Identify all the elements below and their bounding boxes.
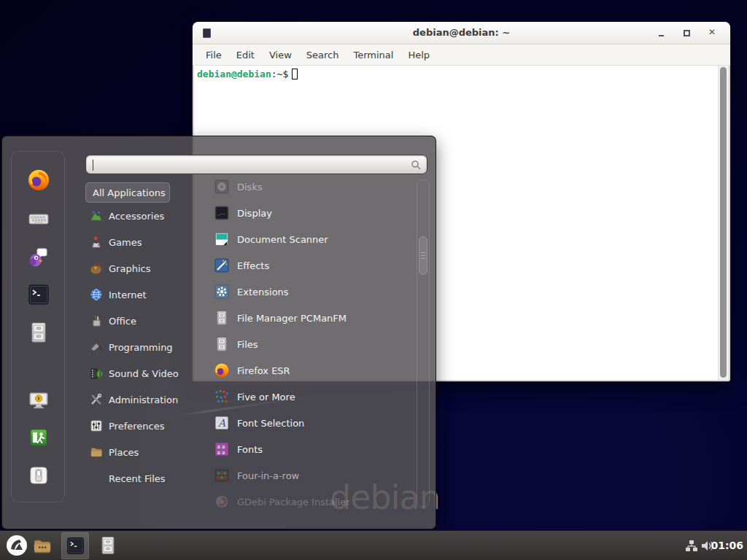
log-out-icon [27, 426, 50, 449]
category-administration[interactable]: Administration [90, 389, 178, 410]
search-icon [411, 160, 422, 171]
app-item-effects[interactable]: Effects [214, 255, 269, 276]
clock[interactable]: 01:06 [711, 540, 743, 551]
administration-icon [90, 393, 103, 406]
menu-view[interactable]: View [262, 47, 299, 63]
category-preferences[interactable]: Preferences [90, 416, 164, 436]
category-label: Office [109, 316, 136, 327]
lock-screen-button[interactable] [27, 389, 50, 412]
favorites-panel [11, 151, 65, 502]
app-label: Disks [237, 182, 263, 192]
terminal-icon [66, 536, 85, 556]
favorite-terminal-button[interactable] [27, 283, 50, 306]
games-icon [90, 236, 103, 249]
favorite-install-system-button[interactable] [27, 207, 50, 230]
category-label: Administration [109, 394, 178, 405]
app-item-extensions[interactable]: Extensions [214, 281, 289, 302]
font-selection-icon: A [214, 415, 230, 431]
menu-search-input[interactable] [92, 157, 406, 172]
menu-scrollbar-track[interactable] [417, 179, 430, 508]
fonts-icon: a a a a [214, 441, 230, 457]
app-item-four-in-a-row[interactable]: Four-in-a-row [214, 465, 299, 486]
shut-down-button[interactable] [27, 464, 50, 487]
app-item-file-manager-pcmanfm[interactable]: File Manager PCManFM [214, 308, 347, 328]
terminal-scrollbar-track[interactable] [718, 66, 729, 380]
network-wired-icon [685, 540, 698, 552]
internet-globe-icon [90, 288, 103, 301]
app-item-font-selection[interactable]: A Font Selection [214, 413, 304, 433]
minimize-button[interactable] [657, 29, 666, 38]
category-accessories[interactable]: Accessories [90, 206, 164, 226]
svg-text:a a: a a [217, 450, 225, 456]
file-cabinet-icon [214, 310, 230, 326]
five-or-more-icon [214, 389, 230, 405]
network-tray-button[interactable] [685, 540, 698, 555]
app-label: Four-in-a-row [237, 470, 299, 481]
scrollbar-grip [421, 252, 425, 260]
taskbar-panel: 01:06 [0, 530, 747, 560]
category-label: All Applications [93, 187, 166, 198]
terminal-titlebar[interactable]: debian@debian: ~ ✕ [193, 22, 730, 44]
app-label: GDebi Package Installer [237, 497, 350, 508]
app-label: File Manager PCManFM [237, 313, 347, 324]
prompt-suffix: :~$ [271, 69, 288, 79]
programming-icon [90, 341, 103, 354]
category-places[interactable]: Places [90, 442, 139, 462]
extensions-gear-icon [214, 284, 230, 300]
close-button[interactable]: ✕ [708, 29, 717, 38]
menu-scrollbar-thumb[interactable] [419, 236, 427, 275]
category-programming[interactable]: Programming [90, 337, 173, 357]
menu-button[interactable] [6, 534, 28, 556]
app-label: Five or More [237, 392, 295, 402]
favorite-firefox-button[interactable] [27, 168, 50, 192]
favorite-file-manager-button[interactable] [27, 321, 50, 344]
file-cabinet-icon [98, 535, 118, 556]
svg-text:A: A [217, 417, 226, 429]
folder-icon [32, 536, 53, 556]
app-label: Firefox ESR [237, 365, 290, 376]
log-out-button[interactable] [27, 426, 50, 449]
menu-edit[interactable]: Edit [229, 47, 262, 63]
graphics-icon [90, 262, 103, 275]
taskbar-file-manager-button[interactable] [32, 536, 53, 556]
category-sound-video[interactable]: Sound & Video [90, 363, 179, 384]
office-icon [90, 314, 103, 327]
firefox-icon [27, 168, 50, 192]
prompt-user-host: debian@debian [197, 69, 271, 79]
gdebi-icon [214, 494, 230, 510]
category-graphics[interactable]: Graphics [90, 258, 150, 279]
favorite-pidgin-button[interactable] [27, 245, 50, 268]
display-icon [214, 205, 230, 221]
category-label: Accessories [109, 211, 164, 222]
app-label: Fonts [237, 444, 263, 455]
sound-video-icon [90, 367, 103, 380]
menu-search[interactable]: Search [299, 47, 347, 63]
menu-terminal[interactable]: Terminal [346, 47, 400, 63]
app-item-document-scanner[interactable]: Document Scanner [214, 229, 328, 249]
app-item-disks[interactable]: Disks [214, 176, 263, 197]
maximize-button[interactable] [683, 29, 692, 38]
file-cabinet-icon [214, 336, 230, 352]
category-recent-files[interactable]: Recent Files [90, 468, 166, 489]
app-item-firefox-esr[interactable]: Firefox ESR [214, 360, 290, 381]
category-office[interactable]: Office [90, 311, 136, 331]
pidgin-icon [27, 245, 50, 268]
menu-file[interactable]: File [198, 47, 229, 63]
app-item-gdebi-package-installer[interactable]: GDebi Package Installer [214, 491, 350, 512]
category-internet[interactable]: Internet [90, 284, 147, 305]
document-scanner-icon [214, 231, 230, 247]
app-item-display[interactable]: Display [214, 203, 272, 223]
taskbar-file-cabinet-button[interactable] [98, 535, 118, 556]
taskbar-terminal-button-active[interactable] [61, 532, 89, 559]
application-menu: All Applications Accessories Games [1, 136, 436, 529]
app-item-fonts[interactable]: a a a a Fonts [214, 439, 263, 459]
menu-help[interactable]: Help [400, 47, 437, 63]
four-in-a-row-icon [214, 467, 230, 483]
app-item-files[interactable]: Files [214, 334, 258, 354]
app-item-five-or-more[interactable]: Five or More [214, 386, 295, 407]
category-games[interactable]: Games [90, 232, 142, 252]
terminal-scrollbar-thumb[interactable] [720, 67, 727, 378]
category-all-applications[interactable]: All Applications [85, 182, 170, 203]
terminal-menubar: File Edit View Search Terminal Help [193, 44, 730, 66]
category-label: Programming [109, 342, 173, 353]
